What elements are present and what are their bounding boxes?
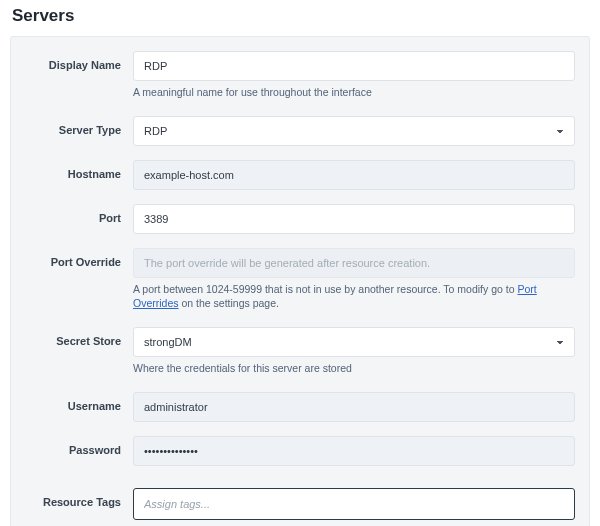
username-input[interactable] (133, 392, 575, 422)
resource-tags-wrap[interactable] (133, 488, 575, 520)
label-server-type: Server Type (25, 116, 133, 136)
row-resource-tags: Resource Tags Tags are key value pairs d… (25, 488, 575, 526)
display-name-input[interactable] (133, 51, 575, 81)
row-display-name: Display Name A meaningful name for use t… (25, 51, 575, 110)
label-port-override: Port Override (25, 248, 133, 268)
row-username: Username (25, 392, 575, 422)
label-hostname: Hostname (25, 160, 133, 180)
server-type-select[interactable]: RDP (133, 116, 575, 146)
server-form-panel: Display Name A meaningful name for use t… (10, 36, 590, 526)
hint-display-name: A meaningful name for use throughout the… (133, 85, 575, 100)
row-server-type: Server Type RDP (25, 116, 575, 146)
label-display-name: Display Name (25, 51, 133, 71)
label-secret-store: Secret Store (25, 327, 133, 347)
label-username: Username (25, 392, 133, 412)
hint-port-override-pre: A port between 1024-59999 that is not in… (133, 283, 517, 295)
hint-port-override-post: on the settings page. (179, 297, 279, 309)
row-hostname: Hostname (25, 160, 575, 190)
hint-secret-store: Where the credentials for this server ar… (133, 361, 575, 376)
row-password: Password (25, 436, 575, 466)
port-input[interactable] (133, 204, 575, 234)
hostname-input[interactable] (133, 160, 575, 190)
label-password: Password (25, 436, 133, 456)
row-secret-store: Secret Store strongDM Where the credenti… (25, 327, 575, 386)
label-port: Port (25, 204, 133, 224)
password-input[interactable] (133, 436, 575, 466)
row-port-override: Port Override The port override will be … (25, 248, 575, 321)
label-resource-tags: Resource Tags (25, 488, 133, 508)
page-title: Servers (12, 6, 590, 26)
row-port: Port (25, 204, 575, 234)
hint-port-override: A port between 1024-59999 that is not in… (133, 282, 575, 311)
resource-tags-input[interactable] (144, 489, 564, 519)
secret-store-select[interactable]: strongDM (133, 327, 575, 357)
port-override-readonly: The port override will be generated afte… (133, 248, 575, 278)
